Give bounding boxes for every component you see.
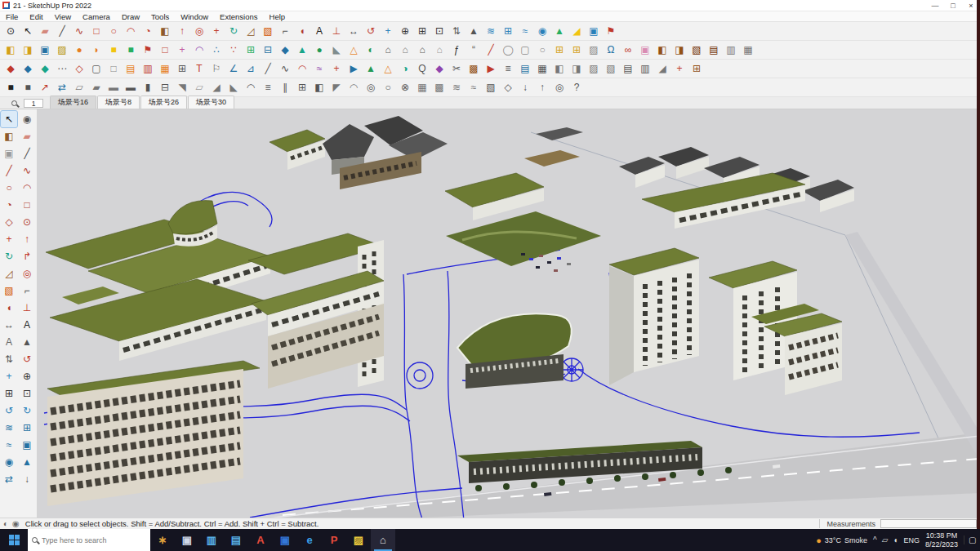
section2-icon[interactable]: ▧ [483,79,499,96]
iso-box2-icon[interactable]: ◨ [568,60,585,77]
contour-icon[interactable]: ≈ [466,79,482,96]
red-panel-icon[interactable]: □ [157,42,173,58]
spring-icon[interactable]: ≈ [311,60,327,77]
select-tool-icon[interactable]: ↖ [20,23,36,39]
import-icon[interactable]: ↑ [534,79,550,96]
zoom-tool[interactable]: ⊕ [19,368,35,384]
push-pull-icon[interactable]: ↑ [174,23,190,39]
menu-view[interactable]: View [49,11,77,22]
crescent-icon[interactable]: ◗ [88,42,105,58]
blue-diamond-icon[interactable]: ◆ [277,42,293,58]
offset-tool-icon[interactable]: ◎ [191,23,207,39]
stamp-terrain-tool[interactable]: ▣ [19,437,35,453]
language-indicator[interactable]: ENG [903,536,920,544]
credits-icon[interactable]: ◉ [12,519,20,528]
leaf-icon[interactable]: ◐ [363,42,379,58]
green-sphere-icon[interactable]: ● [311,42,327,58]
stairs-icon[interactable]: ▤ [620,60,636,77]
position-camera-icon[interactable]: ▲ [466,23,482,39]
freehand-tool[interactable]: ∿ [19,162,35,179]
add-detail-icon[interactable]: ▲ [551,23,568,39]
solid-box-icon[interactable]: ■ [2,79,19,96]
pencil-red-icon[interactable]: ╱ [483,42,499,58]
gray-box-icon[interactable]: ▥ [723,42,739,58]
section-plane-tool[interactable]: ▧ [1,282,17,299]
action-center-icon[interactable]: ▢ [964,535,975,544]
paint-bucket-icon[interactable]: ◧ [157,23,173,39]
box3d-icon[interactable]: ◧ [654,42,670,58]
eraser-tool[interactable]: ▰ [19,128,35,144]
orbit-tool-icon[interactable]: ↺ [363,23,379,39]
red-flag-icon[interactable]: ⚑ [140,42,156,58]
slab-icon[interactable]: ▱ [191,79,207,96]
plugin-flag-icon[interactable]: ⚑ [603,23,619,39]
round-rect-icon[interactable]: ▢ [517,42,533,58]
taskbar-search[interactable] [28,529,150,551]
mesh2-icon[interactable]: ▩ [431,79,448,96]
red-arrow-icon[interactable]: ▶ [483,60,499,77]
polygon-tool[interactable]: ⊙ [19,214,35,230]
taskbar-store-app-icon[interactable]: ▥ [199,529,224,551]
start-button[interactable] [0,529,28,551]
arrow-ne-icon[interactable]: ↗ [37,79,53,96]
hatch2-icon[interactable]: ▧ [603,60,619,77]
house3-icon[interactable]: ⌂ [414,42,430,58]
stamp-tool[interactable]: ▣ [1,145,17,162]
plank-icon[interactable]: ▱ [71,79,87,96]
purple-diamond-icon[interactable]: ◆ [431,60,448,77]
stair2-icon[interactable]: ≡ [260,79,276,96]
layers-icon[interactable]: ≡ [500,60,516,77]
protractor-tool[interactable]: ◖ [1,300,17,316]
window-frame-icon[interactable]: ⊞ [174,60,190,77]
axes-tool-icon[interactable]: ⊥ [328,23,345,39]
arc2-icon[interactable]: ◠ [294,60,310,77]
circle-tool-icon[interactable]: ○ [105,23,122,39]
help-icon[interactable]: ? [568,79,585,96]
menu-extensions[interactable]: Extensions [214,11,263,22]
warn2-icon[interactable]: △ [380,60,396,77]
paint-bucket-tool[interactable]: ◧ [1,128,17,144]
maximize-button[interactable]: □ [944,0,962,11]
door-icon[interactable]: ◧ [311,79,327,96]
red-text-icon[interactable]: T [191,60,207,77]
material-blue-icon[interactable]: ▣ [37,42,53,58]
teal-cone-icon[interactable]: ▲ [294,42,310,58]
warning-icon[interactable]: △ [345,42,362,58]
scene-tab-26[interactable]: 场景号26 [140,96,187,109]
mesh-icon[interactable]: ▦ [414,79,430,96]
purple-curve-icon[interactable]: ◠ [191,42,207,58]
scale-tool-icon[interactable]: ◿ [243,23,259,39]
geolocation-icon[interactable]: ◐ [3,519,8,528]
grid3-icon[interactable]: ▦ [534,60,550,77]
scale-tool[interactable]: ◿ [1,265,17,282]
taskbar-edge-app-icon[interactable]: e [297,529,322,551]
pyramid-icon[interactable]: ◣ [328,42,345,58]
frame-icon[interactable]: ⊟ [157,79,173,96]
zoom-window-tool[interactable]: ⊞ [1,385,17,402]
taskbar-sketchup-app-icon[interactable]: ⌂ [371,529,395,551]
hexagon-icon[interactable]: ◇ [71,60,87,77]
grid-yellow-icon[interactable]: ⊞ [551,42,568,58]
diag-grid-icon[interactable]: ▨ [586,42,602,58]
green-tri-icon[interactable]: ▲ [363,60,379,77]
scene-tab-8[interactable]: 场景号8 [97,96,140,109]
zoom-tool-icon[interactable]: ⊕ [397,23,413,39]
rectangle-tool-icon[interactable]: □ [88,23,105,39]
column-icon[interactable]: ▮ [140,79,156,96]
roof2-icon[interactable]: ◤ [328,79,345,96]
eraser-tool-icon[interactable]: ▰ [37,23,53,39]
flip-edge-icon[interactable]: ◢ [568,23,585,39]
pencil-tool[interactable]: ╱ [19,145,35,162]
pie-tool[interactable]: ◔ [1,197,17,213]
green-box-icon[interactable]: ■ [122,42,139,58]
divide-icon[interactable]: ⊟ [260,42,276,58]
curve2-icon[interactable]: ∿ [277,60,293,77]
walk-tool[interactable]: ⇅ [1,351,17,367]
tape-measure-tool[interactable]: ⌐ [19,282,35,299]
window2-icon[interactable]: ⊞ [294,79,310,96]
house4-icon[interactable]: ⌂ [431,42,448,58]
texture-icon[interactable]: ▨ [54,42,70,58]
unweld-icon[interactable]: ∵ [225,42,242,58]
taskbar-blue-app-icon[interactable]: ▣ [273,529,297,551]
angle-icon[interactable]: ∠ [225,60,242,77]
